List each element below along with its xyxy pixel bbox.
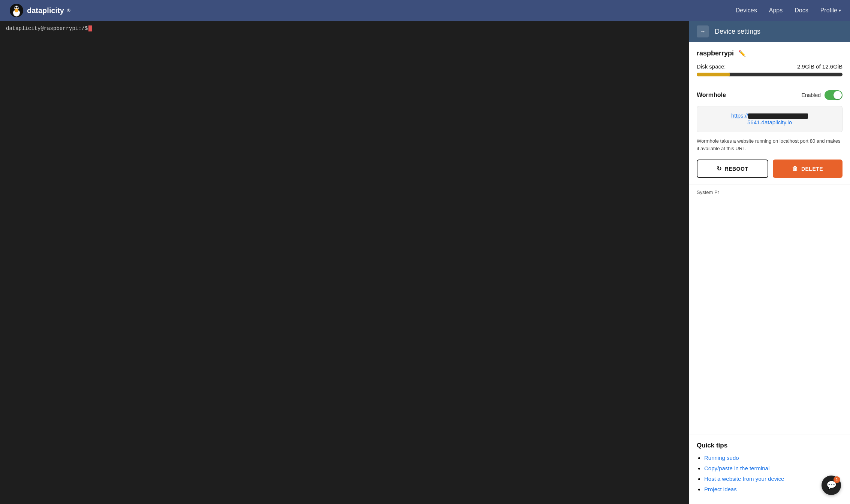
quick-tip-projects[interactable]: Project ideas [704, 486, 737, 492]
delete-button[interactable]: 🗑 DELETE [773, 160, 843, 178]
wormhole-url-box: https:// 5641.dataplicity.io [697, 106, 843, 132]
wormhole-label: Wormhole [697, 92, 726, 98]
chat-badge: 1 [834, 476, 840, 483]
list-item: Copy/paste in the terminal [704, 465, 843, 472]
action-buttons: ↻ REBOOT 🗑 DELETE [697, 160, 843, 178]
side-panel: → Device settings raspberrypi ✏️ Disk sp… [689, 21, 850, 504]
tab-bar: System Pr [689, 185, 850, 200]
svg-point-4 [15, 7, 16, 9]
disk-bar-fill [697, 73, 730, 76]
device-name-row: raspberrypi ✏️ [697, 49, 843, 57]
wormhole-url-prefix: https:// [731, 112, 748, 119]
logo-text: dataplicity [27, 6, 64, 15]
tab-system-properties[interactable]: System Pr [689, 185, 727, 200]
wormhole-url-redacted [748, 113, 808, 119]
terminal-prompt-text: dataplicity@raspberrypi:/$ [6, 25, 88, 31]
wormhole-status: Enabled [802, 92, 821, 98]
navbar: dataplicity® Devices Apps Docs Profile ▾ [0, 0, 850, 21]
logo-reg: ® [67, 8, 70, 13]
nav-apps[interactable]: Apps [769, 7, 783, 14]
disk-space-label: Disk space: [697, 63, 726, 70]
wormhole-url-suffix: 5641.dataplicity.io [747, 119, 792, 125]
navbar-links: Devices Apps Docs Profile ▾ [736, 7, 841, 14]
logo: dataplicity® [9, 3, 736, 18]
quick-tip-sudo[interactable]: Running sudo [704, 455, 739, 461]
nav-docs[interactable]: Docs [795, 7, 808, 14]
disk-space-row: Disk space: 2.9GiB of 12.6GiB [697, 63, 843, 70]
reboot-icon: ↻ [717, 165, 722, 172]
terminal[interactable]: dataplicity@raspberrypi:/$ [0, 21, 689, 504]
divider-1 [689, 84, 850, 84]
terminal-cursor [88, 25, 92, 31]
list-item: Running sudo [704, 455, 843, 461]
reboot-button[interactable]: ↻ REBOOT [697, 160, 768, 178]
quick-tip-copypaste[interactable]: Copy/paste in the terminal [704, 465, 769, 471]
list-item: Host a website from your device [704, 476, 843, 482]
wormhole-right: Enabled [802, 90, 843, 100]
svg-point-7 [15, 10, 18, 12]
device-settings-title: Device settings [715, 28, 760, 36]
edit-icon[interactable]: ✏️ [738, 50, 746, 57]
profile-label: Profile [820, 7, 837, 14]
quick-tips-list: Running sudo Copy/paste in the terminal … [697, 455, 843, 493]
wormhole-url-link[interactable]: https:// 5641.dataplicity.io [731, 112, 808, 125]
arrow-left-icon: → [700, 28, 706, 35]
chat-widget[interactable]: 💬 1 [822, 476, 841, 495]
delete-label: DELETE [801, 166, 823, 172]
disk-bar-track [697, 73, 843, 76]
wormhole-row: Wormhole Enabled [697, 90, 843, 100]
chevron-down-icon: ▾ [839, 8, 841, 13]
collapse-panel-button[interactable]: → [697, 25, 709, 37]
main-layout: dataplicity@raspberrypi:/$ → Device sett… [0, 21, 850, 504]
svg-point-5 [17, 7, 19, 9]
nav-profile[interactable]: Profile ▾ [820, 7, 841, 14]
terminal-prompt-line: dataplicity@raspberrypi:/$ [6, 25, 683, 31]
disk-space-value: 2.9GiB of 12.6GiB [797, 63, 843, 70]
wormhole-description: Wormhole takes a website running on loca… [697, 137, 843, 152]
penguin-logo-icon [9, 3, 24, 18]
device-name: raspberrypi [697, 49, 734, 57]
trash-icon: 🗑 [792, 166, 798, 172]
device-settings-header: → Device settings [689, 21, 850, 42]
panel-content: raspberrypi ✏️ Disk space: 2.9GiB of 12.… [689, 42, 850, 434]
reboot-label: REBOOT [725, 166, 748, 172]
wormhole-toggle[interactable] [825, 90, 843, 100]
quick-tips-title: Quick tips [697, 442, 843, 449]
quick-tip-host[interactable]: Host a website from your device [704, 476, 784, 482]
toggle-knob [834, 91, 842, 99]
nav-devices[interactable]: Devices [736, 7, 757, 14]
